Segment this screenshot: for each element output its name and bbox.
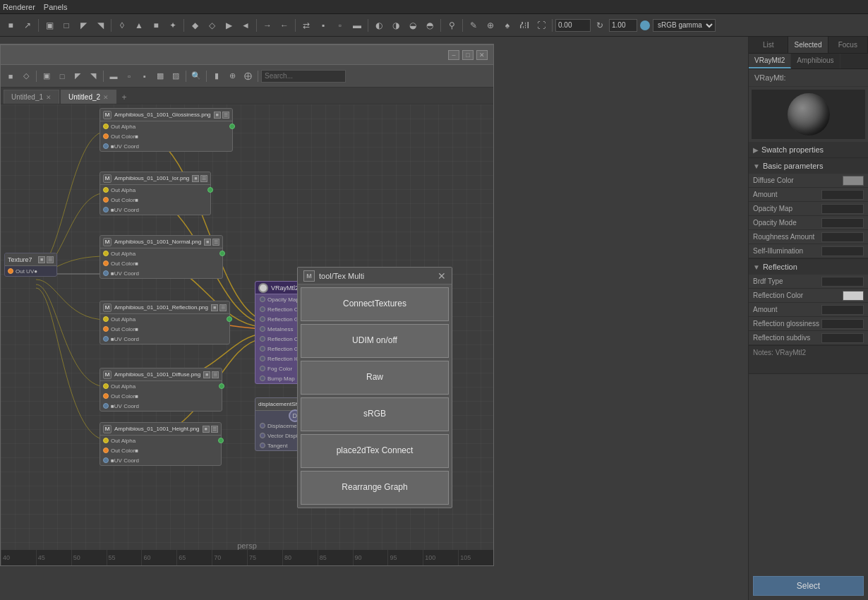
norm-ctrl2[interactable]: ☰ xyxy=(212,239,219,246)
tool-popup-close-btn[interactable]: ✕ xyxy=(438,271,446,281)
ne-icon-1[interactable]: ■ xyxy=(4,69,18,83)
toolbar-icon-23[interactable]: ◒ xyxy=(405,18,421,33)
toolbar-icon-3[interactable]: ▣ xyxy=(42,18,57,33)
refl-ctrl1[interactable]: ■ xyxy=(211,304,218,311)
toolbar-icon-14[interactable]: ◄ xyxy=(238,18,253,33)
rp-mat-tab-amphibious[interactable]: Amphibious xyxy=(791,54,840,68)
rp-mat-tab-vray[interactable]: VRayMtl2 xyxy=(749,54,791,68)
toolbar-icon-21[interactable]: ◐ xyxy=(371,18,387,33)
toolbar-icon-16[interactable]: ← xyxy=(277,18,292,33)
ior-ctrl2[interactable]: ☰ xyxy=(200,175,207,182)
refl-subdiv-value[interactable] xyxy=(821,333,864,343)
ne-icon-11[interactable]: ▨ xyxy=(169,69,183,83)
toolbar-icon-19[interactable]: ▫ xyxy=(332,18,348,33)
roughness-value[interactable] xyxy=(821,232,864,242)
ne-icon-6[interactable]: ◥ xyxy=(86,69,100,83)
ne-icon-search[interactable]: 🔍 xyxy=(189,69,203,83)
rp-swatch-header[interactable]: ▶ Swatch properties xyxy=(749,142,868,157)
toolbar-icon-6[interactable]: ◥ xyxy=(92,18,108,33)
ne-tab-untitled2[interactable]: Untitled_2 ✕ xyxy=(61,90,116,104)
rp-tab-list[interactable]: List xyxy=(749,37,788,53)
gl-ctrl2[interactable]: ☰ xyxy=(222,112,229,119)
opacity-map-value[interactable] xyxy=(821,204,864,214)
gl-ctrl1[interactable]: ■ xyxy=(214,112,221,119)
node-diffuse[interactable]: M Amphibious_01_1001_Diffuse.png ■ ☰ Out… xyxy=(100,368,222,412)
diff-ctrl2[interactable]: ☰ xyxy=(212,371,219,378)
window-minimize-btn[interactable]: – xyxy=(448,50,459,60)
toolbar-icon-2[interactable]: ↗ xyxy=(20,18,35,33)
toolbar-refresh-icon[interactable]: ↻ xyxy=(592,18,608,33)
tool-btn-connect-textures[interactable]: ConnectTextures xyxy=(301,287,449,321)
menu-renderer[interactable]: Renderer xyxy=(3,3,35,11)
ne-icon-2[interactable]: ◇ xyxy=(19,69,33,83)
node-glossiness[interactable]: M Amphibious_01_1001_Glossiness.png ■ ☰ … xyxy=(100,108,233,152)
ne-search-input[interactable] xyxy=(261,70,346,83)
tool-btn-srgb[interactable]: sRGB xyxy=(301,397,449,431)
ne-icon-3[interactable]: ▣ xyxy=(40,69,54,83)
ne-icon-4[interactable]: □ xyxy=(55,69,69,83)
tool-btn-udim[interactable]: UDIM on/off xyxy=(301,324,449,358)
toolbar-icon-29[interactable]: ⛜ xyxy=(517,18,532,33)
toolbar-icon-11[interactable]: ◆ xyxy=(187,18,203,33)
toolbar-icon-1[interactable]: ■ xyxy=(3,18,18,33)
ne-tab-untitled1[interactable]: Untitled_1 ✕ xyxy=(4,90,59,104)
ne-tab-add[interactable]: + xyxy=(118,91,131,104)
texture7-ctrl2[interactable]: ☰ xyxy=(47,256,54,263)
ior-ctrl1[interactable]: ■ xyxy=(192,175,199,182)
node-normal[interactable]: M Amphibious_01_1001_Normal.png ■ ☰ Out … xyxy=(100,235,223,279)
ne-icon-13[interactable]: ⊕ xyxy=(225,69,239,83)
rp-basic-header[interactable]: ▼ Basic parameters xyxy=(749,158,868,174)
ne-icon-7[interactable]: ▬ xyxy=(107,69,121,83)
gamma-select[interactable]: sRGB gamma xyxy=(653,19,716,32)
ne-icon-8[interactable]: ▫ xyxy=(122,69,136,83)
ne-icon-12[interactable]: ▮ xyxy=(210,69,224,83)
amount1-value[interactable] xyxy=(821,190,864,200)
height-ctrl2[interactable]: ☰ xyxy=(211,426,218,433)
menu-panels[interactable]: Panels xyxy=(44,3,68,11)
norm-ctrl1[interactable]: ■ xyxy=(204,239,211,246)
toolbar-icon-30[interactable]: ⛶ xyxy=(534,18,549,33)
toolbar-icon-12[interactable]: ◇ xyxy=(204,18,219,33)
height-ctrl1[interactable]: ■ xyxy=(203,426,210,433)
toolbar-icon-24[interactable]: ◓ xyxy=(422,18,438,33)
toolbar-icon-18[interactable]: ▪ xyxy=(315,18,331,33)
toolbar-icon-5[interactable]: ◤ xyxy=(76,18,91,33)
ne-icon-5[interactable]: ◤ xyxy=(71,69,85,83)
window-maximize-btn[interactable]: □ xyxy=(462,50,474,60)
tool-btn-rearrange[interactable]: Rearrange Graph xyxy=(301,471,449,505)
ne-icon-10[interactable]: ▩ xyxy=(153,69,167,83)
refl-color-swatch[interactable] xyxy=(843,291,864,301)
node-reflection[interactable]: M Amphibious_01_1001_Reflection.png ■ ☰ … xyxy=(100,301,230,344)
tool-btn-raw[interactable]: Raw xyxy=(301,361,449,395)
node-canvas[interactable]: Texture7 ■ ☰ Out UV● M xyxy=(1,104,493,565)
node-height[interactable]: M Amphibious_01_1001_Height.png ■ ☰ Out … xyxy=(100,422,222,466)
toolbar-icon-22[interactable]: ◑ xyxy=(388,18,404,33)
brdf-value[interactable] xyxy=(821,277,864,287)
node-texture7[interactable]: Texture7 ■ ☰ Out UV● xyxy=(4,253,57,277)
toolbar-icon-26[interactable]: ✎ xyxy=(466,18,481,33)
toolbar-icon-27[interactable]: ⊕ xyxy=(483,18,498,33)
toolbar-value2[interactable] xyxy=(609,19,637,32)
toolbar-icon-7[interactable]: ◊ xyxy=(114,18,130,33)
opacity-mode-value[interactable] xyxy=(821,218,864,228)
toolbar-icon-10[interactable]: ✦ xyxy=(165,18,181,33)
diffuse-color-swatch[interactable] xyxy=(843,176,864,186)
toolbar-icon-8[interactable]: ▲ xyxy=(131,18,147,33)
ne-icon-14[interactable]: ⨁ xyxy=(241,69,255,83)
toolbar-icon-13[interactable]: ▶ xyxy=(221,18,236,33)
rp-select-button[interactable]: Select xyxy=(753,576,864,596)
toolbar-gamma-icon[interactable] xyxy=(640,20,650,30)
rp-tab-focus[interactable]: Focus xyxy=(828,37,868,53)
toolbar-icon-28[interactable]: ♠ xyxy=(500,18,515,33)
selfillum-value[interactable] xyxy=(821,246,864,256)
rp-reflection-header[interactable]: ▼ Reflection xyxy=(749,259,868,275)
tool-btn-place2d[interactable]: place2dTex Connect xyxy=(301,434,449,468)
ne-icon-9[interactable]: ▪ xyxy=(138,69,152,83)
node-ior[interactable]: M Amphibious_01_1001_Ior.png ■ ☰ Out Alp… xyxy=(100,172,211,215)
diff-ctrl1[interactable]: ■ xyxy=(203,371,210,378)
toolbar-icon-9[interactable]: ■ xyxy=(148,18,164,33)
toolbar-icon-4[interactable]: □ xyxy=(59,18,74,33)
toolbar-icon-20[interactable]: ▬ xyxy=(349,18,365,33)
rp-tab-selected[interactable]: Selected xyxy=(788,37,828,53)
texture7-ctrl1[interactable]: ■ xyxy=(38,256,45,263)
